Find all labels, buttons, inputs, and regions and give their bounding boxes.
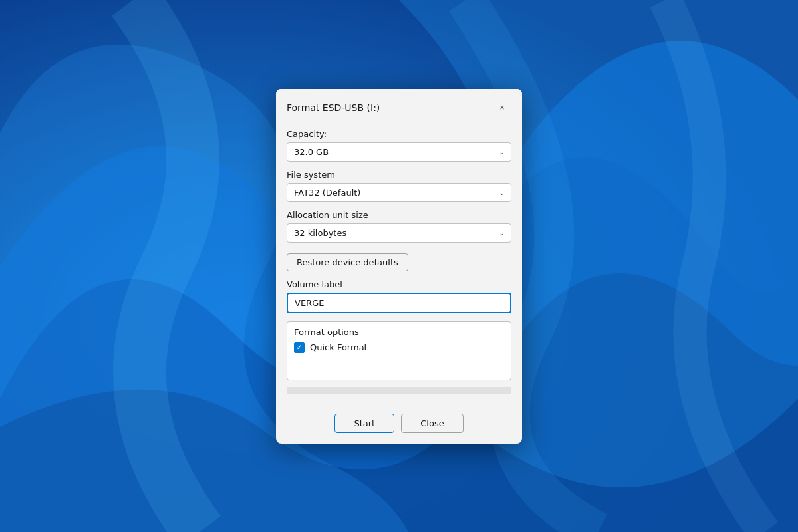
format-options-box: Format options ✓ Quick Format	[287, 321, 511, 380]
allocation-select-wrapper: 32 kilobytes 16 kilobytes 8 kilobytes 4 …	[287, 223, 511, 243]
filesystem-select-wrapper: FAT32 (Default) NTFS exFAT ⌄	[287, 183, 511, 202]
format-options-label: Format options	[294, 327, 504, 337]
filesystem-select[interactable]: FAT32 (Default) NTFS exFAT	[287, 183, 511, 202]
allocation-label: Allocation unit size	[287, 210, 511, 220]
dialog-body: Capacity: 32.0 GB ⌄ File system FAT32 (D…	[276, 124, 522, 414]
close-button[interactable]: Close	[401, 414, 463, 433]
volume-label-field-group: Volume label	[287, 279, 511, 313]
volume-label-label: Volume label	[287, 279, 511, 289]
filesystem-label: File system	[287, 170, 511, 180]
dialog-overlay: Format ESD-USB (I:) × Capacity: 32.0 GB …	[0, 0, 798, 532]
dialog-footer: Start Close	[276, 414, 522, 444]
quick-format-row: ✓ Quick Format	[294, 342, 504, 353]
allocation-select[interactable]: 32 kilobytes 16 kilobytes 8 kilobytes 4 …	[287, 223, 511, 243]
restore-defaults-button[interactable]: Restore device defaults	[287, 253, 408, 271]
close-icon-button[interactable]: ×	[493, 98, 511, 117]
filesystem-field-group: File system FAT32 (Default) NTFS exFAT ⌄	[287, 170, 511, 202]
dialog-titlebar: Format ESD-USB (I:) ×	[276, 89, 522, 124]
capacity-field-group: Capacity: 32.0 GB ⌄	[287, 129, 511, 162]
allocation-field-group: Allocation unit size 32 kilobytes 16 kil…	[287, 210, 511, 243]
start-button[interactable]: Start	[334, 414, 394, 433]
dialog-title: Format ESD-USB (I:)	[287, 102, 380, 113]
format-dialog: Format ESD-USB (I:) × Capacity: 32.0 GB …	[276, 89, 522, 444]
quick-format-checkbox[interactable]: ✓	[294, 342, 305, 353]
volume-label-input[interactable]	[287, 293, 511, 313]
capacity-select[interactable]: 32.0 GB	[287, 142, 511, 162]
progress-bar-container	[287, 387, 511, 394]
checkmark-icon: ✓	[296, 344, 302, 351]
capacity-select-wrapper: 32.0 GB ⌄	[287, 142, 511, 162]
quick-format-label: Quick Format	[310, 342, 368, 352]
close-icon: ×	[499, 103, 504, 112]
capacity-label: Capacity:	[287, 129, 511, 139]
